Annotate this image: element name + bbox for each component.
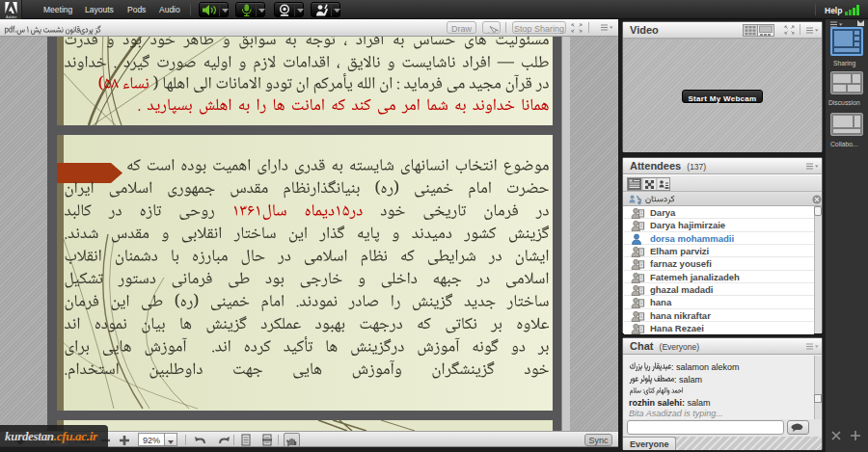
svg-text:Adobe: Adobe [6, 14, 17, 19]
